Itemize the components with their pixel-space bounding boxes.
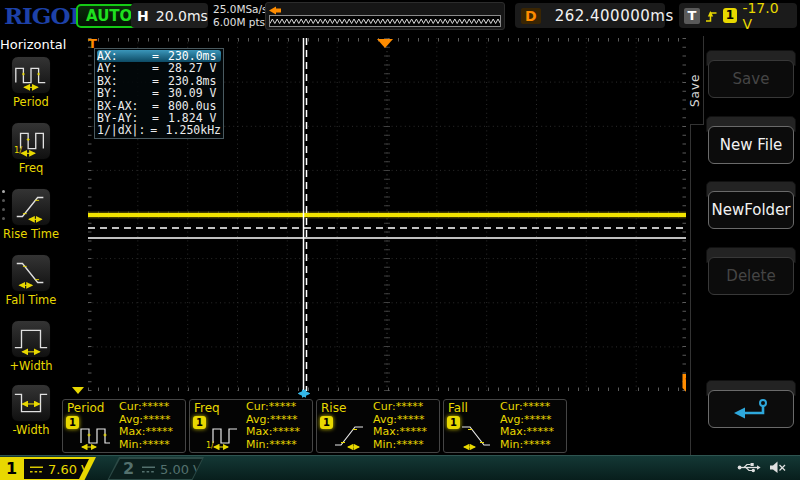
stat-value: ***** [523,400,551,413]
channel-1-chip[interactable]: 1 7.60 V [0,457,104,480]
svg-text:1/: 1/ [14,145,22,155]
nwidth-button[interactable] [11,384,51,422]
measurement-stats: Cur:***** Avg:***** Max:***** Min:***** [119,401,173,451]
channel-1-scale: 7.60 V [48,462,90,477]
dc-coupling-icon [141,465,156,474]
freq-icon: 1/ [12,123,50,159]
freq-measure-icon: 1/ [205,422,239,450]
overview-waveform [269,15,501,27]
stat-label: Min: [500,438,523,451]
measurement-box-fall[interactable]: Fall 1 Cur:***** Avg:***** Max:***** Min… [443,399,567,453]
menu-page-dot [2,190,5,193]
measurement-stats: Cur:***** Avg:***** Max:***** Min:***** [246,401,300,451]
stat-label: Avg: [500,413,524,426]
rise-measure-icon [332,422,366,450]
cursor-row-value: 28.27 V [168,62,221,74]
channel-1-scale-area: 7.60 V [24,459,94,479]
stat-label: Cur: [373,400,396,413]
pwidth-button[interactable] [11,320,51,358]
measurement-name: Rise [321,401,346,415]
new-file-button[interactable]: New File [708,126,794,164]
stat-value: ***** [145,425,173,438]
fall-time-button[interactable] [11,254,51,292]
stat-label: Avg: [119,413,143,426]
usb-icon [737,461,761,474]
menu-item-nwidth[interactable]: -Width [0,384,62,446]
stat-value: ***** [142,400,170,413]
channel-2-chip[interactable]: 5.00 V 2 [107,457,207,480]
menu-page-dot [2,199,5,202]
cursor-row-label: BY: [97,87,152,99]
stat-value: ***** [269,400,297,413]
fall-time-icon [12,255,50,291]
stat-label: Cur: [119,400,142,413]
menu-item-period[interactable]: Period [0,56,62,118]
measurement-name: Fall [448,401,468,415]
stat-label: Avg: [373,413,397,426]
delay-label: D [521,8,541,24]
stat-value: ***** [142,438,170,451]
nwidth-icon [12,385,50,421]
status-icons [737,461,786,474]
h-scale-value: 20.0ms [156,8,208,24]
fall-measure-icon [459,422,493,450]
horizontal-scale-readout: H 20.0ms [131,3,208,28]
pwidth-icon [12,321,50,357]
stat-value: ***** [526,425,554,438]
stat-label: Min: [373,438,396,451]
cursor-row-eq: = [152,87,168,99]
cursor-drag-handle-icon[interactable] [295,389,313,398]
measurement-name: Freq [194,401,220,415]
trigger-position-marker[interactable] [377,39,393,48]
horizontal-delay-readout: D 262.400000ms [515,3,665,28]
menu-item-freq[interactable]: 1/ Freq [0,122,62,184]
menu-item-rise-time[interactable]: Rise Time [0,188,62,250]
menu-page-dot [2,208,5,211]
trigger-label: T [684,8,700,24]
measurement-stats: Cur:***** Avg:***** Max:***** Min:***** [373,401,427,451]
channel-status-bar: 1 7.60 V 5.00 V 2 [0,455,800,480]
freq-label: Freq [0,161,62,175]
delete-button[interactable]: Delete [708,257,794,295]
rise-time-button[interactable] [11,188,51,226]
freq-button[interactable]: 1/ [11,122,51,160]
menu-item-fall-time[interactable]: Fall Time [0,254,62,316]
stat-value: ***** [269,438,297,451]
channel-2-number: 2 [123,459,134,478]
cursor-row-eq: = [152,62,168,74]
channel-2-scale: 5.00 V [160,462,202,477]
trigger-source-badge: 1 [723,8,738,23]
menu-tab-save: Save [688,54,702,126]
cursor-row-label: 1/|dX|: [97,124,150,136]
h-label: H [137,8,149,24]
return-arrow-icon [730,397,772,422]
stat-value: ***** [399,425,427,438]
measurement-box-rise[interactable]: Rise 1 Cur:***** Avg:***** Max:***** Min… [316,399,440,453]
waveform-overview-strip[interactable] [265,2,505,30]
period-button[interactable] [11,56,51,94]
menu-item-pwidth[interactable]: +Width [0,320,62,382]
new-folder-button[interactable]: NewFolder [708,191,794,229]
memory-depth: 6.00M pts [213,16,268,29]
cursor-row-label: AY: [97,62,152,74]
cursor-measurement-panel: AX: = 230.0ms AY: = 28.27 V BX: = 230.8m… [94,48,224,139]
stat-label: Max: [373,425,399,438]
stat-value: ***** [523,438,551,451]
ch1-level-offscreen-marker[interactable] [72,387,84,394]
menu-panel-edge [690,124,691,455]
right-soft-menu: Save Save New File NewFolder Delete [686,32,800,455]
enter-button[interactable] [708,390,794,428]
stat-value: ***** [270,413,298,426]
stat-value: ***** [143,413,171,426]
measurement-box-freq[interactable]: Freq 1 1/ Cur:***** Avg:***** Max:***** … [189,399,313,453]
cursor-row-value: 30.09 V [168,87,221,99]
stat-label: Avg: [246,413,270,426]
measurement-box-period[interactable]: Period 1 Cur:***** Avg:***** Max:***** M… [62,399,186,453]
rise-time-label: Rise Time [0,227,62,241]
menu-title: Horizontal [0,37,62,52]
stat-label: Cur: [246,400,269,413]
channel-1-number: 1 [6,459,17,478]
stat-label: Max: [246,425,272,438]
cursor-row-eq: = [150,124,165,136]
save-button[interactable]: Save [708,60,794,98]
